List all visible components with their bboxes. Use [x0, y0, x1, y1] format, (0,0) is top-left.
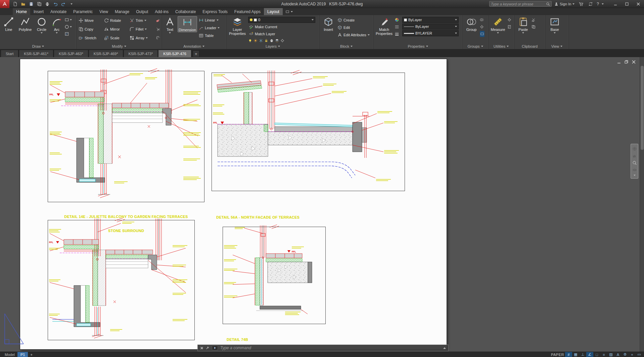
save-as-icon[interactable]: [36, 1, 43, 7]
doc-close-icon[interactable]: [632, 60, 636, 64]
ribbon-tab-manage[interactable]: Manage: [111, 8, 133, 15]
command-history-chevron-icon[interactable]: [443, 347, 446, 349]
redo-icon[interactable]: [60, 1, 67, 7]
cut-tool[interactable]: [532, 17, 536, 23]
ribbon-tab-express-tools[interactable]: Express Tools: [199, 8, 231, 15]
scrollbar-thumb[interactable]: [641, 66, 644, 150]
clipboard-panel-label[interactable]: Clipboard: [514, 44, 545, 49]
circle-tool[interactable]: Circle: [34, 16, 49, 34]
match-layer-tool[interactable]: Match Layer: [248, 31, 315, 37]
ribbon-tab-annotate[interactable]: Annotate: [47, 8, 70, 15]
minimize-button[interactable]: [610, 0, 621, 8]
autocad-logo[interactable]: [0, 0, 9, 8]
leader-tool[interactable]: Leader: [198, 25, 224, 31]
close-button[interactable]: [633, 0, 644, 8]
explode-tool[interactable]: [156, 26, 161, 32]
clean-screen-icon[interactable]: ▭: [636, 352, 643, 357]
erase-tool[interactable]: [156, 17, 161, 24]
mirror-tool[interactable]: Mirror: [103, 25, 129, 33]
model-tab[interactable]: Model: [2, 353, 17, 357]
layers-panel-label[interactable]: Layers: [226, 44, 319, 49]
array-tool[interactable]: Array: [129, 34, 156, 42]
ellipse-tool[interactable]: [64, 24, 72, 30]
scale-tool[interactable]: Scale: [103, 34, 129, 42]
command-close-icon[interactable]: [200, 347, 203, 350]
ribbon-tab-featured-apps[interactable]: Featured Apps: [231, 8, 264, 15]
color-wheel-icon[interactable]: [395, 17, 401, 23]
id-point-tool[interactable]: [507, 17, 511, 23]
undo-icon[interactable]: [52, 1, 59, 7]
offset-tool[interactable]: [156, 35, 161, 41]
properties-panel-label[interactable]: Properties: [373, 44, 462, 49]
rectangle-tool[interactable]: [64, 17, 72, 23]
linetype-dropdown[interactable]: ByLayer: [402, 24, 459, 30]
edit-attributes-tool[interactable]: Edit Attributes: [337, 32, 371, 38]
keyword-search-box[interactable]: [489, 1, 552, 7]
file-tab-ksr-sjp-473[interactable]: KSR-SJP-473*: [124, 50, 158, 57]
new-layout-button[interactable]: +: [28, 353, 35, 357]
new-drawing-tab-button[interactable]: +: [193, 50, 199, 57]
linetype-list-icon[interactable]: [395, 24, 401, 30]
layer-isolate-icon[interactable]: [275, 38, 279, 44]
move-tool[interactable]: Move: [78, 16, 103, 25]
create-block-tool[interactable]: Create: [337, 17, 371, 23]
lineweight-list-icon[interactable]: [395, 31, 401, 37]
layer-dropdown[interactable]: 0: [248, 17, 315, 23]
snap-icon[interactable]: ▦: [572, 352, 579, 357]
doc-restore-icon[interactable]: [625, 60, 628, 64]
measure-tool[interactable]: Measure: [490, 16, 506, 34]
group-selection-toggle[interactable]: [480, 31, 485, 37]
ribbon-tab-collaborate[interactable]: Collaborate: [172, 8, 199, 15]
group-edit-tool[interactable]: [480, 24, 485, 30]
copy-clip-tool[interactable]: [532, 24, 536, 30]
steering-wheel-icon[interactable]: [632, 146, 637, 151]
plot-icon[interactable]: [44, 1, 51, 7]
annotation-visibility-icon[interactable]: A: [614, 352, 622, 357]
edit-block-tool[interactable]: Edit: [337, 24, 371, 31]
file-tab-ksr-sjp-476[interactable]: KSR-SJP-476: [158, 50, 191, 57]
ribbon-tab-layout[interactable]: Layout: [264, 8, 283, 15]
arc-tool[interactable]: Arc: [50, 16, 63, 34]
orbit-icon[interactable]: [632, 168, 637, 172]
osnap-icon[interactable]: □: [593, 352, 600, 357]
ribbon-tab-output[interactable]: Output: [133, 8, 151, 15]
search-icon[interactable]: [546, 2, 550, 6]
view-panel-label[interactable]: View: [545, 44, 568, 49]
group-tool[interactable]: Group: [464, 16, 479, 32]
command-input[interactable]: Type a command: [220, 346, 251, 350]
app-store-cart-icon[interactable]: [577, 1, 584, 7]
modify-panel-label[interactable]: Modify: [77, 44, 162, 49]
new-file-icon[interactable]: [11, 1, 18, 7]
block-panel-label[interactable]: Block: [320, 44, 373, 49]
paste-tool[interactable]: Paste: [516, 16, 531, 34]
polar-icon[interactable]: ∠: [586, 352, 593, 357]
file-tab-ksr-sjp-461[interactable]: KSR-SJP-461*: [19, 50, 53, 57]
layer-freeze-icon[interactable]: [259, 38, 263, 44]
open-file-icon[interactable]: [19, 1, 27, 7]
trim-tool[interactable]: Trim: [129, 16, 156, 25]
layer-walk-icon[interactable]: [280, 38, 284, 44]
annotation-panel-label[interactable]: Annotation: [162, 44, 226, 49]
zoom-icon[interactable]: [632, 161, 637, 165]
command-customize-wrench-icon[interactable]: [205, 346, 210, 350]
match-properties-tool[interactable]: Match Properties: [375, 16, 394, 36]
layer-lock-icon[interactable]: [264, 38, 268, 44]
command-line[interactable]: Type a command: [197, 345, 449, 351]
make-current-tool[interactable]: Make Current: [248, 24, 315, 30]
navbar-more-caret-icon[interactable]: [634, 175, 636, 176]
dimension-tool[interactable]: Dimension: [178, 16, 197, 32]
groups-panel-label[interactable]: Groups: [463, 44, 488, 49]
ribbon-tab-home[interactable]: Home: [13, 8, 30, 15]
annotation-monitor-icon[interactable]: +: [629, 352, 636, 357]
stretch-tool[interactable]: Stretch: [78, 34, 103, 42]
workspace-gear-icon[interactable]: ⚙: [622, 352, 629, 357]
line-tool[interactable]: Line: [1, 16, 16, 32]
layer-plot-icon[interactable]: [270, 38, 274, 44]
help-caret-icon[interactable]: [602, 3, 604, 5]
text-tool[interactable]: Text: [163, 16, 177, 34]
help-icon[interactable]: ?: [597, 2, 599, 6]
layer-properties-tool[interactable]: Layer Properties: [228, 16, 247, 36]
utilities-panel-label[interactable]: Utilities: [488, 44, 514, 49]
stay-connected-icon[interactable]: [587, 1, 594, 7]
maximize-button[interactable]: [621, 0, 633, 8]
